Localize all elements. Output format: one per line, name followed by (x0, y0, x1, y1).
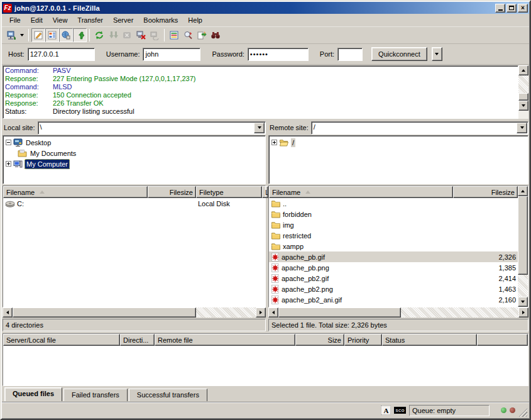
column-header-filename[interactable]: Filename (269, 186, 453, 198)
column-header-filetype[interactable]: Filetype (196, 186, 262, 198)
site-manager-icon (6, 30, 17, 41)
maximize-button[interactable] (506, 4, 517, 13)
host-input[interactable] (28, 48, 95, 61)
resize-grip[interactable] (518, 408, 527, 417)
remote-vscrollbar[interactable] (518, 186, 528, 307)
tree-label[interactable]: / (291, 138, 295, 147)
file-row[interactable]: restricted (269, 230, 518, 241)
disconnect-button[interactable] (134, 28, 148, 42)
username-input[interactable] (143, 48, 200, 61)
scroll-track[interactable] (196, 307, 256, 318)
remote-hscrollbar[interactable] (268, 307, 528, 318)
file-row[interactable]: apache_pb2.png 1,463 (269, 284, 518, 294)
scroll-thumb[interactable] (518, 93, 528, 101)
tree-item-root[interactable]: / (271, 137, 528, 148)
process-queue-button[interactable] (106, 28, 120, 42)
file-row[interactable]: apache_pb.png 1,385 (269, 262, 518, 273)
menu-help[interactable]: Help (183, 14, 207, 26)
menu-file[interactable]: File (4, 14, 26, 26)
refresh-button[interactable] (92, 28, 106, 42)
toggle-local-tree-button[interactable] (45, 28, 59, 42)
password-input[interactable] (248, 48, 309, 61)
column-header-status[interactable]: Status (382, 334, 477, 346)
column-header-filesize[interactable]: Filesize (148, 186, 196, 198)
minimize-button[interactable] (495, 4, 505, 13)
expand-icon[interactable] (271, 140, 277, 145)
remote-site-combo[interactable]: / (311, 121, 528, 135)
quickconnect-dropdown[interactable] (432, 47, 442, 61)
quickconnect-button[interactable]: Quickconnect (371, 47, 427, 61)
local-hscrollbar[interactable] (3, 307, 266, 318)
file-row-selected[interactable]: apache_pb.gif 2,326 (269, 251, 518, 262)
find-files-button[interactable] (209, 28, 222, 42)
folder-icon (271, 231, 281, 240)
column-header-size[interactable]: Size (295, 334, 344, 346)
scroll-track[interactable] (518, 275, 528, 297)
cancel-button[interactable] (120, 28, 134, 42)
collapse-icon[interactable] (6, 140, 11, 145)
tree-label[interactable]: My Computer (25, 159, 70, 169)
local-site-combo[interactable]: \ (38, 121, 266, 135)
reconnect-button[interactable] (148, 28, 161, 42)
file-row[interactable]: apache_pb2.gif 2,414 (269, 273, 518, 284)
site-manager-button[interactable] (4, 28, 18, 42)
column-header-server-local-file[interactable]: Server/Local file (3, 334, 120, 346)
tree-item-desktop[interactable]: Desktop (6, 137, 265, 148)
file-row-c-drive[interactable]: C: Local Disk (3, 198, 265, 209)
tab-queued-files[interactable]: Queued files (4, 387, 62, 401)
scroll-track[interactable] (518, 75, 528, 93)
file-name: xampp (283, 243, 304, 250)
synchronized-browsing-button[interactable] (195, 28, 209, 42)
toggle-remote-tree-button[interactable] (59, 28, 73, 42)
menu-transfer[interactable]: Transfer (72, 14, 108, 26)
close-button[interactable]: × (518, 4, 528, 13)
menu-bar: File Edit View Transfer Server Bookmarks… (2, 14, 529, 27)
scroll-up-button[interactable] (518, 186, 528, 196)
tree-item-my-documents[interactable]: My Documents (6, 148, 265, 158)
column-header-filesize[interactable]: Filesize (453, 186, 518, 198)
column-header-remote-file[interactable]: Remote file (155, 334, 295, 346)
menu-bookmarks[interactable]: Bookmarks (138, 14, 183, 26)
tab-successful-transfers[interactable]: Successful transfers (129, 389, 207, 401)
file-row[interactable]: img (269, 219, 518, 230)
tab-failed-transfers[interactable]: Failed transfers (63, 389, 128, 401)
directory-comparison-button[interactable] (167, 28, 181, 42)
column-header-priority[interactable]: Priority (344, 334, 382, 346)
file-row[interactable]: apache_pb2_ani.gif 2,160 (269, 294, 518, 305)
log-scrollbar[interactable] (518, 65, 528, 119)
filter-button[interactable] (181, 28, 195, 42)
tree-label[interactable]: My Documents (29, 149, 77, 158)
file-row[interactable]: xampp (269, 241, 518, 251)
menu-view[interactable]: View (48, 14, 73, 26)
port-input[interactable] (337, 48, 363, 61)
menu-edit[interactable]: Edit (26, 14, 48, 26)
maximize-icon (509, 6, 514, 10)
combo-dropdown-button[interactable] (254, 123, 265, 133)
speed-limit-indicator-icon[interactable]: SCO (394, 407, 406, 414)
scroll-thumb[interactable] (13, 307, 196, 318)
combo-dropdown-button[interactable] (517, 123, 527, 133)
expand-icon[interactable] (6, 161, 11, 167)
tree-item-my-computer[interactable]: My Computer (6, 158, 265, 169)
file-row[interactable]: .. (269, 198, 518, 209)
scroll-right-button[interactable] (256, 307, 266, 318)
scroll-left-button[interactable] (3, 307, 13, 318)
binoculars-icon (211, 30, 221, 40)
column-header-filename[interactable]: Filename (3, 186, 148, 198)
scroll-thumb[interactable] (278, 307, 401, 318)
scroll-left-button[interactable] (268, 307, 278, 318)
menu-server[interactable]: Server (108, 14, 138, 26)
site-manager-dropdown[interactable] (18, 28, 26, 42)
tree-label[interactable]: Desktop (25, 138, 52, 147)
scroll-up-button[interactable] (518, 65, 528, 75)
toggle-log-button[interactable] (31, 28, 45, 42)
scroll-track[interactable] (401, 307, 518, 318)
scroll-right-button[interactable] (518, 307, 528, 318)
scroll-thumb[interactable] (518, 196, 528, 275)
scroll-down-button[interactable] (518, 101, 528, 111)
datatype-indicator-icon[interactable]: A (381, 406, 391, 415)
file-row[interactable]: forbidden (269, 209, 518, 219)
column-header-direction[interactable]: Directi... (120, 334, 155, 346)
scroll-down-button[interactable] (518, 297, 528, 307)
toggle-queue-button[interactable] (73, 28, 87, 42)
